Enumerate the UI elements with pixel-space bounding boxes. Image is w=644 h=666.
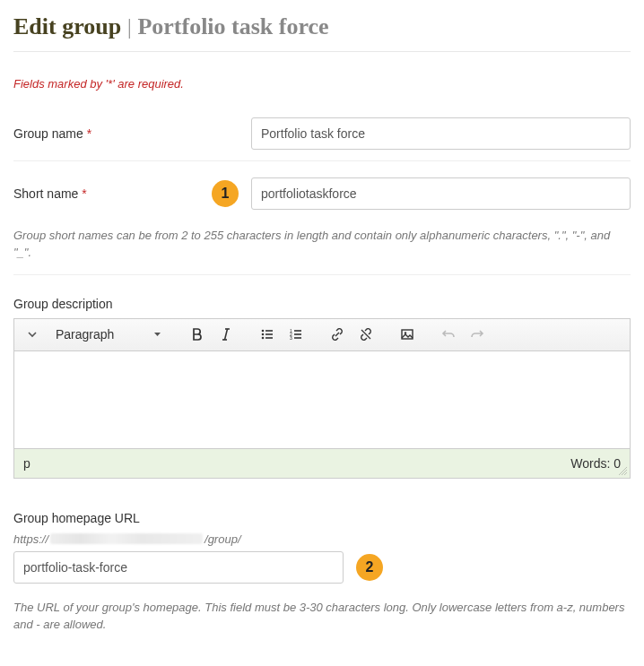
svg-rect-16 xyxy=(402,330,413,339)
title-separator: | xyxy=(127,13,132,39)
required-fields-note: Fields marked by '*' are required. xyxy=(13,77,631,91)
page-title: Edit group | Portfolio task force xyxy=(13,13,631,52)
redo-icon[interactable] xyxy=(465,322,490,347)
callout-badge-2: 2 xyxy=(356,554,383,581)
svg-line-18 xyxy=(622,470,627,475)
bullet-list-icon[interactable] xyxy=(255,322,280,347)
homepage-url-input[interactable] xyxy=(13,551,344,584)
bold-icon[interactable] xyxy=(185,322,210,347)
required-asterisk: * xyxy=(82,186,86,201)
homepage-url-help: The URL of your group's homepage. This f… xyxy=(13,592,631,646)
url-protocol: https:// xyxy=(13,532,48,546)
editor-status-bar: p Words: 0 xyxy=(14,448,630,478)
svg-line-19 xyxy=(624,472,627,475)
image-icon[interactable] xyxy=(395,322,420,347)
link-icon[interactable] xyxy=(325,322,350,347)
required-asterisk: * xyxy=(87,126,91,141)
homepage-url-row: 2 xyxy=(13,551,631,584)
format-dropdown[interactable]: Paragraph xyxy=(48,327,169,342)
group-description-label: Group description xyxy=(13,297,631,311)
group-name-input[interactable] xyxy=(251,117,631,150)
svg-text:3: 3 xyxy=(290,335,292,341)
title-main: Edit group xyxy=(13,13,121,39)
url-path-suffix: /group/ xyxy=(205,532,240,546)
editor-toolbar: Paragraph 123 xyxy=(14,319,630,351)
homepage-url-label: Group homepage URL xyxy=(13,511,631,525)
homepage-url-prefix: https:// /group/ xyxy=(13,532,631,546)
expand-toolbar-icon[interactable] xyxy=(20,322,45,347)
unlink-icon[interactable] xyxy=(353,322,379,347)
undo-icon[interactable] xyxy=(436,322,461,347)
group-name-label: Group name * xyxy=(13,126,251,141)
numbered-list-icon[interactable]: 123 xyxy=(283,322,309,347)
callout-badge-1: 1 xyxy=(212,180,239,207)
group-name-label-text: Group name xyxy=(13,126,83,141)
resize-handle-icon[interactable] xyxy=(619,467,628,476)
svg-point-4 xyxy=(262,333,265,336)
short-name-row: Short name * 1 xyxy=(13,161,631,221)
editor-word-count: Words: 0 xyxy=(570,456,621,471)
short-name-label: Short name * 1 xyxy=(13,180,251,207)
short-name-help: Group short names can be from 2 to 255 c… xyxy=(13,221,631,275)
svg-line-2 xyxy=(225,329,228,340)
title-subtitle: Portfolio task force xyxy=(137,13,328,39)
format-dropdown-label: Paragraph xyxy=(56,327,114,342)
group-name-row: Group name * xyxy=(13,107,631,161)
rich-text-editor: Paragraph 123 p Words: 0 xyxy=(13,318,631,479)
editor-path: p xyxy=(23,456,30,471)
url-domain-blurred xyxy=(50,533,203,544)
editor-content-area[interactable] xyxy=(14,351,630,448)
short-name-input[interactable] xyxy=(251,177,631,210)
italic-icon[interactable] xyxy=(213,322,239,347)
svg-point-3 xyxy=(262,330,265,333)
svg-point-5 xyxy=(262,337,265,340)
short-name-label-text: Short name xyxy=(13,186,78,201)
